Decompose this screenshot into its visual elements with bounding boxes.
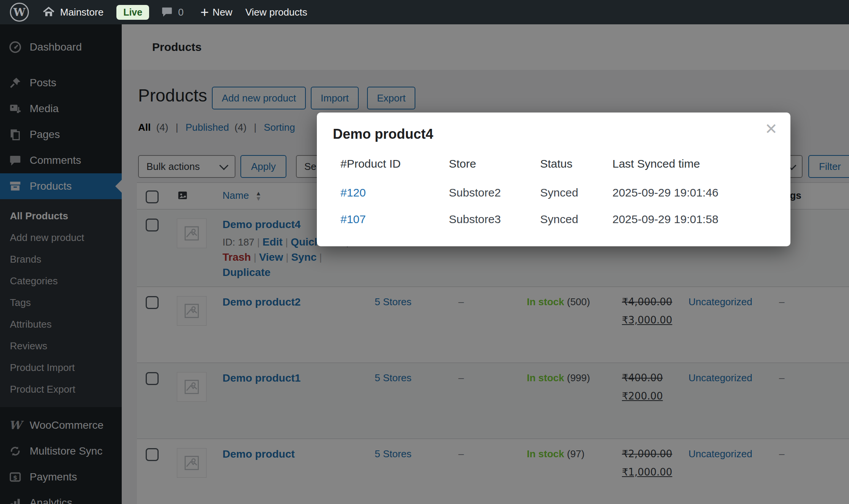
modal-title: Demo product4 <box>333 126 433 142</box>
last-synced-value: 2025-09-29 19:01:58 <box>612 213 774 239</box>
column-header-store: Store <box>449 157 540 186</box>
synced-product-id-link[interactable]: #120 <box>340 186 366 199</box>
site-name[interactable]: Mainstore <box>60 6 103 18</box>
sync-details-table: #Product ID Store Status Last Synced tim… <box>340 157 774 239</box>
store-value: Substore2 <box>449 186 540 213</box>
view-products-label: View products <box>245 6 307 18</box>
column-header-product-id: #Product ID <box>340 157 449 186</box>
site-menu[interactable]: Mainstore <box>42 5 103 19</box>
live-environment-badge: Live <box>116 5 149 20</box>
plus-icon: + <box>200 6 209 18</box>
store-value: Substore3 <box>449 213 540 239</box>
wordpress-logo-icon[interactable]: W <box>10 3 29 22</box>
column-header-status: Status <box>540 157 612 186</box>
comment-bubble-icon <box>161 5 174 19</box>
admin-bar: W Mainstore Live 0 + New View products <box>0 0 849 24</box>
home-icon <box>42 5 56 19</box>
sync-details-modal: Demo product4 ✕ #Product ID Store Status… <box>317 113 790 246</box>
comment-count: 0 <box>178 6 183 18</box>
synced-product-id-link[interactable]: #107 <box>340 213 366 226</box>
new-content-menu[interactable]: + New <box>200 6 232 18</box>
table-row: #107 <box>340 213 449 239</box>
status-value: Synced <box>540 213 612 239</box>
column-header-last-synced: Last Synced time <box>612 157 774 186</box>
status-value: Synced <box>540 186 612 213</box>
table-row: #120 <box>340 186 449 213</box>
modal-backdrop[interactable] <box>0 24 849 504</box>
new-label: New <box>213 6 232 18</box>
close-icon[interactable]: ✕ <box>765 120 777 138</box>
view-products-link[interactable]: View products <box>245 6 307 18</box>
comments-indicator[interactable]: 0 <box>161 5 183 19</box>
last-synced-value: 2025-09-29 19:01:46 <box>612 186 774 213</box>
